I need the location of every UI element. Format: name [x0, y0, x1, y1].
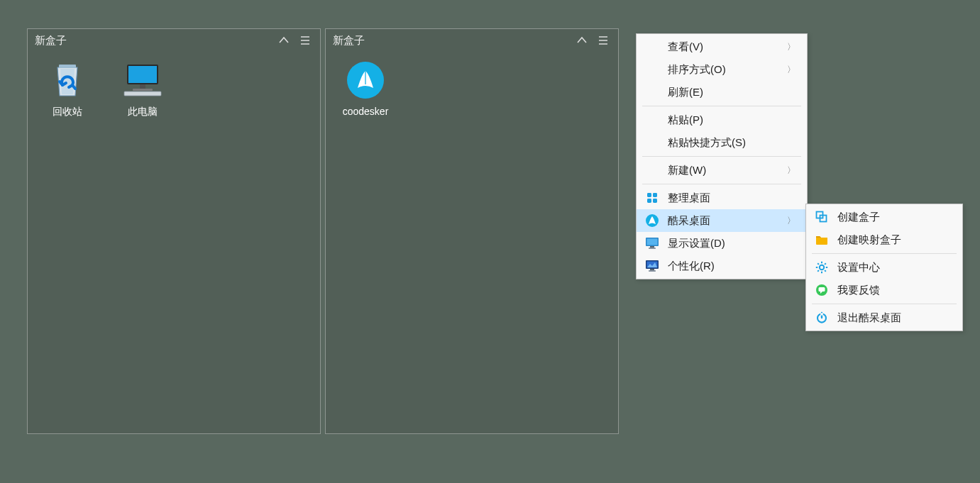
menu-item-label: 我要反馈	[837, 284, 942, 297]
svg-rect-20	[649, 270, 656, 272]
menu-separator	[642, 156, 801, 157]
svg-rect-11	[653, 199, 657, 203]
menu-icon[interactable]	[297, 33, 313, 48]
menu-icon[interactable]	[595, 33, 611, 48]
svg-rect-9	[653, 193, 657, 197]
recycle-bin-icon	[48, 60, 87, 100]
menu-separator	[642, 184, 801, 184]
menu-item-organize-desktop[interactable]: 整理桌面	[637, 187, 807, 209]
menu-item-label: 查看(V)	[668, 40, 787, 54]
desktop-box-2[interactable]: 新盒子 coodesker	[325, 28, 619, 434]
menu-item-personalize[interactable]: 个性化(R)	[637, 255, 807, 277]
this-pc-icon	[123, 60, 163, 100]
svg-line-29	[825, 270, 826, 272]
menu-item-label: 粘贴快捷方式(S)	[668, 136, 787, 150]
menu-item-label: 酷呆桌面	[668, 214, 787, 228]
svg-rect-10	[647, 199, 651, 203]
menu-item-label: 显示设置(D)	[668, 237, 787, 250]
submenu-item-create-box[interactable]: 创建盒子	[806, 206, 962, 228]
svg-rect-2	[128, 66, 157, 83]
desktop-context-menu[interactable]: 查看(V) 〉 排序方式(O) 〉 刷新(E) 粘贴(P) 粘贴快捷方式(S) …	[636, 33, 808, 279]
svg-rect-16	[649, 248, 656, 249]
svg-rect-8	[647, 193, 651, 197]
desktop-box-1[interactable]: 新盒子 回收站	[27, 28, 321, 434]
item-label: coodesker	[343, 106, 389, 117]
submenu-item-create-mapped-box[interactable]: 创建映射盒子	[806, 228, 962, 251]
power-icon	[806, 311, 837, 324]
svg-rect-4	[140, 84, 145, 89]
item-label: 此电脑	[128, 106, 158, 118]
menu-item-label: 刷新(E)	[668, 86, 787, 99]
menu-item-view[interactable]: 查看(V) 〉	[637, 35, 807, 58]
menu-item-label: 设置中心	[837, 261, 942, 274]
display-settings-icon	[637, 237, 668, 250]
menu-item-label: 个性化(R)	[668, 260, 787, 273]
svg-rect-36	[820, 313, 823, 315]
submenu-item-settings[interactable]: 设置中心	[806, 256, 962, 279]
menu-item-label: 粘贴(P)	[668, 113, 787, 127]
svg-rect-6	[124, 91, 161, 96]
menu-item-label: 创建映射盒子	[837, 233, 942, 247]
menu-item-label: 整理桌面	[668, 191, 787, 205]
svg-point-23	[820, 265, 824, 270]
submenu-item-exit[interactable]: 退出酷呆桌面	[806, 306, 962, 329]
collapse-icon[interactable]	[574, 33, 590, 48]
personalize-icon	[637, 260, 668, 272]
svg-rect-33	[819, 287, 825, 292]
box-header: 新盒子	[28, 29, 320, 52]
svg-line-30	[817, 270, 819, 272]
gear-icon	[806, 261, 837, 274]
menu-item-label: 退出酷呆桌面	[837, 311, 942, 325]
svg-line-28	[817, 263, 819, 265]
chevron-right-icon: 〉	[787, 165, 797, 177]
svg-line-31	[825, 263, 826, 265]
coodesker-submenu[interactable]: 创建盒子 创建映射盒子 设置中心 我要反馈 退出酷呆桌面	[805, 204, 963, 331]
menu-item-label: 排序方式(O)	[668, 63, 787, 77]
box-title: 新盒子	[35, 34, 270, 48]
svg-rect-19	[650, 269, 654, 270]
create-box-icon	[806, 211, 837, 223]
box-header: 新盒子	[326, 29, 618, 52]
box-body[interactable]: coodesker	[326, 52, 618, 126]
menu-separator	[642, 106, 801, 106]
menu-item-coodesker[interactable]: 酷呆桌面 〉	[637, 209, 807, 232]
menu-item-new[interactable]: 新建(W) 〉	[637, 159, 807, 182]
folder-icon	[806, 234, 837, 245]
svg-rect-15	[650, 246, 654, 248]
grid-icon	[637, 191, 668, 204]
menu-item-label: 创建盒子	[837, 211, 942, 224]
chevron-right-icon: 〉	[787, 215, 797, 227]
menu-item-label: 新建(W)	[668, 164, 787, 177]
menu-item-paste-shortcut[interactable]: 粘贴快捷方式(S)	[637, 131, 807, 154]
svg-rect-0	[59, 65, 76, 68]
submenu-item-feedback[interactable]: 我要反馈	[806, 279, 962, 301]
collapse-icon[interactable]	[276, 33, 292, 48]
item-this-pc[interactable]: 此电脑	[109, 60, 177, 118]
menu-item-display-settings[interactable]: 显示设置(D)	[637, 232, 807, 255]
box-title: 新盒子	[333, 34, 568, 48]
menu-item-sort[interactable]: 排序方式(O) 〉	[637, 58, 807, 81]
chevron-right-icon: 〉	[787, 41, 797, 53]
item-label: 回收站	[53, 106, 82, 118]
menu-item-paste[interactable]: 粘贴(P)	[637, 109, 807, 131]
feedback-icon	[806, 284, 837, 296]
menu-separator	[812, 304, 957, 304]
svg-rect-14	[647, 239, 658, 245]
item-recycle-bin[interactable]: 回收站	[33, 60, 101, 118]
svg-rect-5	[133, 89, 153, 91]
menu-separator	[812, 253, 957, 254]
box-body[interactable]: 回收站 此电脑	[28, 52, 320, 127]
coodesker-icon	[346, 60, 385, 100]
menu-item-refresh[interactable]: 刷新(E)	[637, 81, 807, 104]
item-coodesker[interactable]: coodesker	[331, 60, 400, 117]
chevron-right-icon: 〉	[787, 64, 797, 76]
coodesker-small-icon	[637, 213, 668, 228]
